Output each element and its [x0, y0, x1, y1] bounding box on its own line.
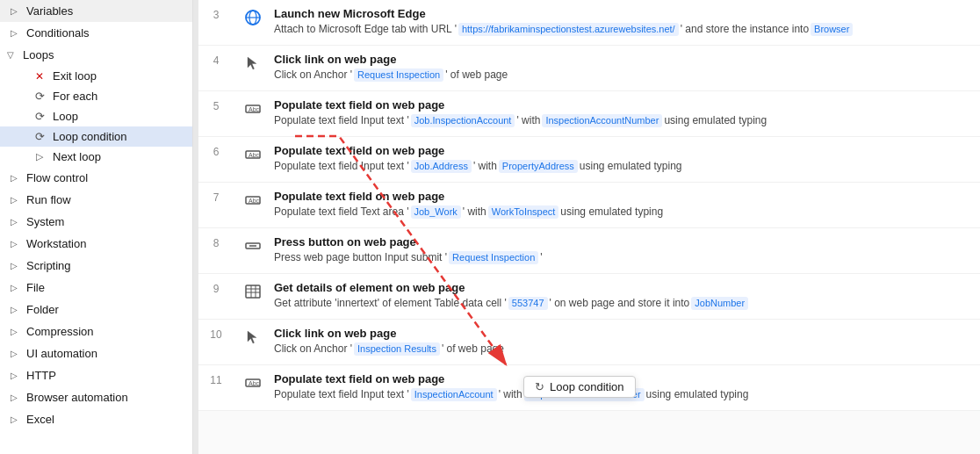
sidebar-group-folder[interactable]: ▷Folder	[0, 299, 192, 321]
flow-item-5[interactable]: 5AbcPopulate text field on web pagePopul…	[198, 91, 980, 137]
flow-item-8[interactable]: 8Press button on web pagePress web page …	[198, 228, 980, 274]
cursor-icon	[244, 54, 262, 72]
loop-icon: ⟳	[32, 110, 47, 123]
plain-text: ' with	[473, 159, 497, 174]
sidebar-group-scripting[interactable]: ▷Scripting	[0, 255, 192, 277]
sidebar-child-label: For each	[53, 90, 97, 103]
plain-text: ' with	[499, 387, 522, 402]
sidebar-label-compression: Compression	[26, 325, 94, 338]
plain-text: Attach to Microsoft Edge tab with URL '	[274, 22, 457, 37]
cursor-icon	[244, 328, 262, 346]
sidebar-label-file: File	[26, 281, 45, 294]
plain-text: Populate text field Input text '	[274, 113, 409, 128]
sidebar-label-run-flow: Run flow	[26, 193, 71, 206]
sidebar-group-run-flow[interactable]: ▷Run flow	[0, 189, 192, 211]
item-title-10: Click link on web page	[274, 327, 966, 340]
sidebar-group-flow-control[interactable]: ▷Flow control	[0, 167, 192, 189]
plain-text: ' of web page	[445, 68, 508, 83]
arrow-ui-automation: ▷	[11, 349, 23, 358]
sidebar-group-file[interactable]: ▷File	[0, 277, 192, 299]
plain-text: ' on web page and store it into	[550, 296, 690, 311]
item-desc-5: Populate text field Input text 'Job.Insp…	[274, 113, 966, 128]
svg-rect-11	[246, 285, 260, 298]
flow-item-6[interactable]: 6AbcPopulate text field on web pagePopul…	[198, 137, 980, 183]
arrow-excel: ▷	[11, 414, 23, 424]
sidebar-label-flow-control: Flow control	[26, 171, 88, 184]
line-number-10: 10	[198, 327, 241, 341]
sidebar-group-excel[interactable]: ▷Excel	[0, 408, 192, 430]
sidebar-group-browser-automation[interactable]: ▷Browser automation	[0, 386, 192, 408]
sidebar-label-ui-automation: UI automation	[26, 347, 97, 360]
plain-text: using emulated typing	[646, 387, 749, 402]
item-icon-11: Abc	[241, 372, 265, 392]
arrow-scripting: ▷	[11, 261, 23, 270]
loop-icon: ⟳	[32, 130, 47, 143]
sidebar-group-ui-automation[interactable]: ▷UI automation	[0, 342, 192, 364]
plain-text: ' and store the instance into	[681, 22, 809, 37]
textfield-icon: Abc	[244, 191, 262, 209]
item-content-3: Launch new Microsoft EdgeAttach to Micro…	[274, 7, 966, 37]
highlight-text: JobNumber	[691, 297, 748, 310]
expand-arrow-loops: ▽	[7, 50, 19, 60]
item-desc-3: Attach to Microsoft Edge tab with URL 'h…	[274, 22, 966, 37]
sidebar-label-http: HTTP	[26, 369, 56, 382]
flow-item-4[interactable]: 4Click link on web pageClick on Anchor '…	[198, 46, 980, 91]
arrow-flow-control: ▷	[11, 173, 23, 183]
highlight-text: Request Inspection	[449, 251, 538, 264]
item-content-6: Populate text field on web pagePopulate …	[274, 144, 966, 174]
line-number-6: 6	[198, 144, 241, 158]
line-number-3: 3	[198, 7, 241, 21]
sidebar-group-http[interactable]: ▷HTTP	[0, 364, 192, 386]
arrow-browser-automation: ▷	[11, 393, 23, 402]
svg-text:Abc: Abc	[249, 380, 260, 386]
highlight-text: WorkToInspect	[488, 205, 559, 219]
sidebar-group-compression[interactable]: ▷Compression	[0, 321, 192, 342]
sidebar-group-system[interactable]: ▷System	[0, 211, 192, 233]
item-desc-9: Get attribute 'innertext' of element Tab…	[274, 296, 966, 311]
arrow-variables: ▷	[11, 6, 23, 16]
item-title-6: Populate text field on web page	[274, 144, 966, 157]
arrow-workstation: ▷	[11, 239, 23, 249]
flow-item-3[interactable]: 3Launch new Microsoft EdgeAttach to Micr…	[198, 0, 980, 46]
sidebar-group-variables[interactable]: ▷Variables	[0, 0, 192, 22]
item-title-5: Populate text field on web page	[274, 98, 966, 112]
grid-icon	[244, 283, 262, 300]
arrow-conditionals: ▷	[11, 28, 23, 38]
highlight-text: Browser	[811, 23, 853, 36]
sidebar-group-loops[interactable]: ▽Loops	[0, 44, 192, 66]
line-number-4: 4	[198, 53, 241, 67]
svg-text:Abc: Abc	[249, 198, 260, 204]
item-content-9: Get details of element on web pageGet at…	[274, 281, 966, 311]
plain-text: Populate text field Input text '	[274, 159, 409, 174]
svg-text:Abc: Abc	[249, 152, 260, 158]
main-content: 3Launch new Microsoft EdgeAttach to Micr…	[198, 0, 980, 454]
flow-item-7[interactable]: 7AbcPopulate text field on web pagePopul…	[198, 183, 980, 228]
arrow-run-flow: ▷	[11, 195, 23, 205]
sidebar-child-label: Exit loop	[53, 69, 97, 83]
sidebar-label-excel: Excel	[26, 413, 54, 426]
line-number-8: 8	[198, 235, 241, 249]
sidebar-item-for-each[interactable]: ⟳For each	[0, 86, 192, 106]
item-icon-6: Abc	[241, 144, 265, 163]
flow-item-9[interactable]: 9Get details of element on web pageGet a…	[198, 274, 980, 320]
item-title-4: Click link on web page	[274, 53, 966, 66]
plain-text: Press web page button Input submit '	[274, 250, 447, 265]
item-icon-10	[241, 327, 265, 346]
sidebar-child-label: Loop	[53, 110, 78, 123]
plain-text: Click on Anchor '	[274, 68, 352, 83]
sidebar-label-variables: Variables	[26, 4, 73, 18]
sidebar-label-scripting: Scripting	[26, 259, 71, 272]
line-number-9: 9	[198, 281, 241, 295]
sidebar-item-loop[interactable]: ⟳Loop	[0, 106, 192, 126]
item-desc-8: Press web page button Input submit 'Requ…	[274, 250, 966, 265]
sidebar-group-workstation[interactable]: ▷Workstation	[0, 233, 192, 255]
sidebar-item-exit-loop[interactable]: ✕Exit loop	[0, 66, 192, 86]
sidebar-item-loop-condition[interactable]: ⟳Loop condition	[0, 126, 192, 147]
sidebar-group-conditionals[interactable]: ▷Conditionals	[0, 22, 192, 44]
flow-item-10[interactable]: 10Click link on web pageClick on Anchor …	[198, 320, 980, 365]
arrow-system: ▷	[11, 217, 23, 227]
item-desc-4: Click on Anchor 'Request Inspection' of …	[274, 68, 966, 83]
sidebar: ▷Variables▷Conditionals▽Loops✕Exit loop⟳…	[0, 0, 193, 454]
item-icon-4	[241, 53, 265, 72]
sidebar-item-next-loop[interactable]: ▷Next loop	[0, 147, 192, 167]
